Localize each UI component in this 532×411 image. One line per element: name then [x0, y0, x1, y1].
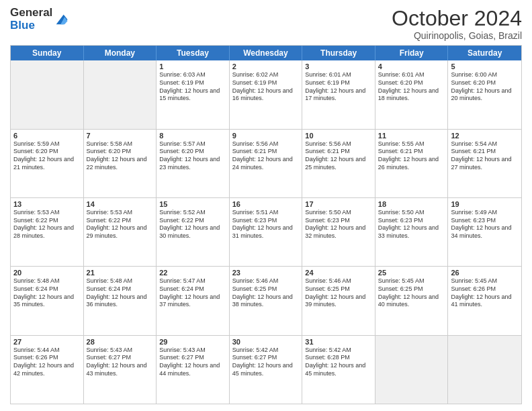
day-info: Sunrise: 5:45 AM Sunset: 6:25 PM Dayligh… [378, 277, 445, 309]
calendar-cell: 15Sunrise: 5:52 AM Sunset: 6:22 PM Dayli… [157, 198, 230, 266]
calendar-cell: 21Sunrise: 5:48 AM Sunset: 6:24 PM Dayli… [84, 267, 157, 334]
day-info: Sunrise: 5:43 AM Sunset: 6:27 PM Dayligh… [87, 347, 154, 378]
day-number: 23 [232, 269, 300, 277]
calendar-cell: 9Sunrise: 5:56 AM Sunset: 6:21 PM Daylig… [230, 130, 303, 197]
calendar-cell [11, 60, 84, 128]
day-number: 4 [378, 62, 445, 71]
calendar-header: SundayMondayTuesdayWednesdayThursdayFrid… [11, 46, 521, 60]
day-info: Sunrise: 5:45 AM Sunset: 6:26 PM Dayligh… [451, 277, 519, 309]
header-day-tuesday: Tuesday [157, 46, 230, 60]
day-number: 2 [232, 62, 300, 71]
day-number: 1 [159, 62, 226, 71]
day-number: 19 [451, 200, 519, 208]
calendar-week-4: 20Sunrise: 5:48 AM Sunset: 6:24 PM Dayli… [11, 267, 521, 335]
calendar-cell: 27Sunrise: 5:44 AM Sunset: 6:26 PM Dayli… [11, 336, 84, 404]
header-day-saturday: Saturday [448, 46, 521, 60]
calendar-week-2: 6Sunrise: 5:59 AM Sunset: 6:20 PM Daylig… [11, 130, 521, 198]
day-info: Sunrise: 5:56 AM Sunset: 6:21 PM Dayligh… [305, 140, 372, 172]
day-number: 14 [87, 200, 154, 208]
day-info: Sunrise: 5:59 AM Sunset: 6:20 PM Dayligh… [13, 140, 81, 172]
day-info: Sunrise: 5:53 AM Sunset: 6:22 PM Dayligh… [87, 209, 154, 240]
day-number: 15 [159, 200, 226, 208]
calendar-cell: 8Sunrise: 5:57 AM Sunset: 6:20 PM Daylig… [157, 130, 230, 197]
day-number: 28 [87, 338, 154, 346]
day-info: Sunrise: 5:56 AM Sunset: 6:21 PM Dayligh… [232, 140, 300, 172]
day-info: Sunrise: 5:42 AM Sunset: 6:28 PM Dayligh… [305, 347, 372, 378]
day-number: 6 [13, 132, 81, 140]
calendar-cell: 30Sunrise: 5:42 AM Sunset: 6:27 PM Dayli… [230, 336, 303, 404]
calendar-cell: 7Sunrise: 5:58 AM Sunset: 6:20 PM Daylig… [84, 130, 157, 197]
calendar-cell: 12Sunrise: 5:54 AM Sunset: 6:21 PM Dayli… [448, 130, 521, 197]
calendar-cell: 22Sunrise: 5:47 AM Sunset: 6:24 PM Dayli… [157, 267, 230, 334]
calendar-cell: 6Sunrise: 5:59 AM Sunset: 6:20 PM Daylig… [11, 130, 84, 197]
day-number: 10 [305, 132, 372, 140]
calendar-cell: 14Sunrise: 5:53 AM Sunset: 6:22 PM Dayli… [84, 198, 157, 266]
calendar-cell: 31Sunrise: 5:42 AM Sunset: 6:28 PM Dayli… [302, 336, 375, 404]
day-info: Sunrise: 5:47 AM Sunset: 6:24 PM Dayligh… [159, 277, 226, 309]
day-info: Sunrise: 5:57 AM Sunset: 6:20 PM Dayligh… [159, 140, 226, 172]
calendar-cell: 18Sunrise: 5:50 AM Sunset: 6:23 PM Dayli… [375, 198, 449, 266]
day-number: 21 [87, 269, 154, 277]
day-number: 12 [451, 132, 519, 140]
page-header: General Blue October 2024 Quirinopolis, … [10, 7, 522, 41]
month-title: October 2024 [392, 7, 522, 30]
calendar-week-5: 27Sunrise: 5:44 AM Sunset: 6:26 PM Dayli… [11, 336, 521, 404]
day-number: 7 [87, 132, 154, 140]
day-info: Sunrise: 5:50 AM Sunset: 6:23 PM Dayligh… [305, 209, 372, 240]
header-day-monday: Monday [84, 46, 157, 60]
day-info: Sunrise: 5:51 AM Sunset: 6:23 PM Dayligh… [232, 209, 300, 240]
day-info: Sunrise: 5:58 AM Sunset: 6:20 PM Dayligh… [87, 140, 154, 172]
day-number: 17 [305, 200, 372, 208]
calendar-cell: 28Sunrise: 5:43 AM Sunset: 6:27 PM Dayli… [84, 336, 157, 404]
logo-blue-text: Blue [10, 19, 52, 32]
day-info: Sunrise: 5:42 AM Sunset: 6:27 PM Dayligh… [232, 347, 300, 378]
header-day-thursday: Thursday [302, 46, 375, 60]
day-number: 3 [305, 62, 372, 71]
day-info: Sunrise: 6:01 AM Sunset: 6:19 PM Dayligh… [305, 71, 372, 103]
day-info: Sunrise: 5:50 AM Sunset: 6:23 PM Dayligh… [378, 209, 445, 240]
calendar-week-1: 1Sunrise: 6:03 AM Sunset: 6:19 PM Daylig… [11, 60, 521, 129]
logo-general-text: General [10, 7, 52, 19]
day-info: Sunrise: 6:03 AM Sunset: 6:19 PM Dayligh… [159, 71, 226, 103]
header-day-friday: Friday [375, 46, 449, 60]
day-info: Sunrise: 5:54 AM Sunset: 6:21 PM Dayligh… [451, 140, 519, 172]
day-number: 30 [232, 338, 300, 346]
day-info: Sunrise: 5:46 AM Sunset: 6:25 PM Dayligh… [232, 277, 300, 309]
calendar-cell: 2Sunrise: 6:02 AM Sunset: 6:19 PM Daylig… [230, 60, 303, 128]
day-number: 13 [13, 200, 81, 208]
day-number: 8 [159, 132, 226, 140]
day-number: 25 [378, 269, 445, 277]
day-info: Sunrise: 5:53 AM Sunset: 6:22 PM Dayligh… [13, 209, 81, 240]
day-info: Sunrise: 5:43 AM Sunset: 6:27 PM Dayligh… [159, 347, 226, 378]
day-number: 31 [305, 338, 372, 346]
logo: General Blue [10, 7, 69, 32]
calendar-cell: 13Sunrise: 5:53 AM Sunset: 6:22 PM Dayli… [11, 198, 84, 266]
day-info: Sunrise: 5:49 AM Sunset: 6:23 PM Dayligh… [451, 209, 519, 240]
calendar-cell: 3Sunrise: 6:01 AM Sunset: 6:19 PM Daylig… [302, 60, 375, 128]
day-info: Sunrise: 6:00 AM Sunset: 6:20 PM Dayligh… [451, 71, 519, 103]
day-number: 16 [232, 200, 300, 208]
logo-icon [54, 12, 69, 27]
location: Quirinopolis, Goias, Brazil [392, 30, 522, 41]
calendar-body: 1Sunrise: 6:03 AM Sunset: 6:19 PM Daylig… [11, 60, 521, 404]
day-number: 29 [159, 338, 226, 346]
day-info: Sunrise: 5:48 AM Sunset: 6:24 PM Dayligh… [87, 277, 154, 309]
day-info: Sunrise: 5:44 AM Sunset: 6:26 PM Dayligh… [13, 347, 81, 378]
calendar-cell: 1Sunrise: 6:03 AM Sunset: 6:19 PM Daylig… [157, 60, 230, 128]
day-number: 11 [378, 132, 445, 140]
day-number: 20 [13, 269, 81, 277]
calendar-cell: 19Sunrise: 5:49 AM Sunset: 6:23 PM Dayli… [448, 198, 521, 266]
day-number: 22 [159, 269, 226, 277]
calendar-cell: 11Sunrise: 5:55 AM Sunset: 6:21 PM Dayli… [375, 130, 449, 197]
day-number: 18 [378, 200, 445, 208]
calendar-cell: 17Sunrise: 5:50 AM Sunset: 6:23 PM Dayli… [302, 198, 375, 266]
calendar-cell [375, 336, 449, 404]
header-day-wednesday: Wednesday [230, 46, 303, 60]
calendar-cell: 23Sunrise: 5:46 AM Sunset: 6:25 PM Dayli… [230, 267, 303, 334]
calendar-cell: 5Sunrise: 6:00 AM Sunset: 6:20 PM Daylig… [448, 60, 521, 128]
calendar-cell: 10Sunrise: 5:56 AM Sunset: 6:21 PM Dayli… [302, 130, 375, 197]
day-info: Sunrise: 6:01 AM Sunset: 6:20 PM Dayligh… [378, 71, 445, 103]
day-info: Sunrise: 5:52 AM Sunset: 6:22 PM Dayligh… [159, 209, 226, 240]
day-info: Sunrise: 6:02 AM Sunset: 6:19 PM Dayligh… [232, 71, 300, 103]
day-number: 26 [451, 269, 519, 277]
